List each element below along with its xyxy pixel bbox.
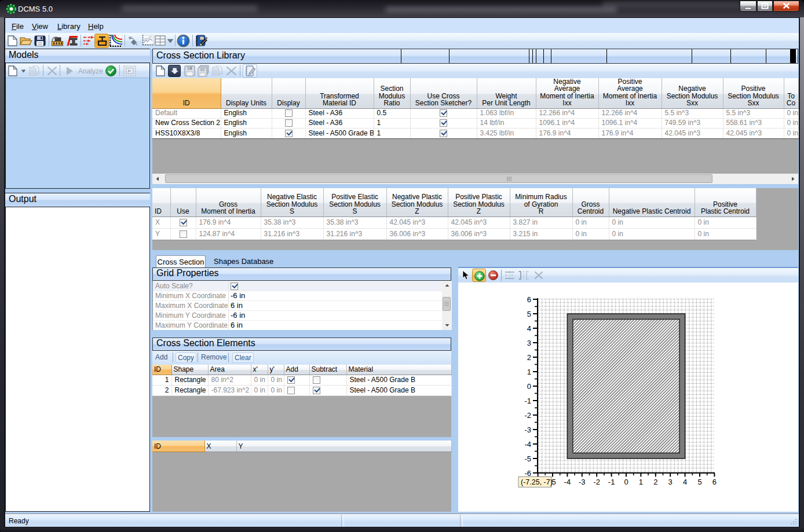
svg-text:2: 2 [527,353,531,362]
svg-text:3: 3 [668,478,673,486]
svg-text:1: 1 [639,478,643,486]
svg-text:4: 4 [683,478,687,486]
svg-text:-5: -5 [524,454,531,463]
svg-text:-3: -3 [524,425,531,434]
svg-text:-2: -2 [524,411,531,420]
svg-text:-1: -1 [608,478,615,486]
svg-text:6: 6 [527,295,531,304]
svg-text:6: 6 [712,478,717,486]
svg-text:-4: -4 [564,478,571,486]
svg-text:-2: -2 [593,478,600,486]
svg-text:-3: -3 [579,478,586,486]
svg-text:-1: -1 [524,397,531,405]
svg-text:2: 2 [653,478,657,486]
svg-text:5: 5 [697,478,701,486]
svg-text:4: 4 [527,324,531,333]
svg-text:5: 5 [527,310,531,318]
svg-text:0: 0 [527,382,531,391]
svg-text:1: 1 [527,368,531,376]
svg-text:-6: -6 [524,469,531,478]
svg-text:(-7.25, -7): (-7.25, -7) [521,478,553,486]
svg-text:-4: -4 [524,440,531,449]
svg-text:0: 0 [624,478,628,486]
svg-text:3: 3 [527,339,531,347]
